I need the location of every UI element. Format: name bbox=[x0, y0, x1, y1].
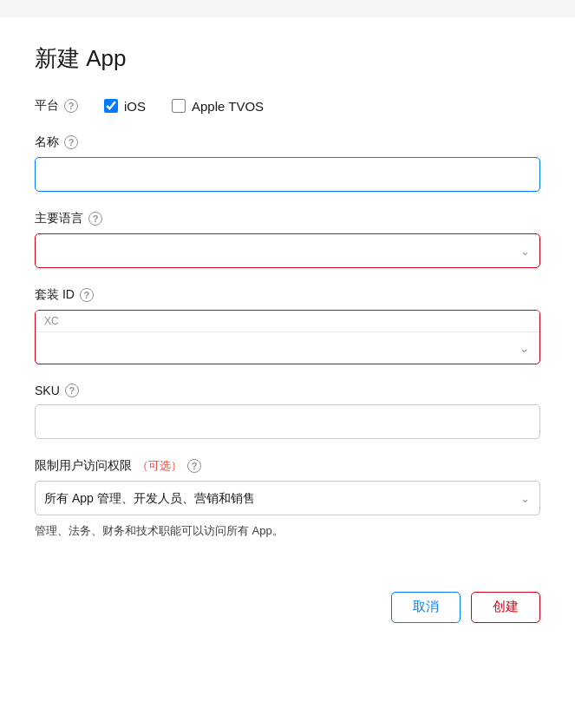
create-button[interactable]: 创建 bbox=[471, 592, 540, 623]
platform-section: 平台 ? iOS Apple TVOS bbox=[35, 98, 540, 114]
bundle-id-label-text: 套装 ID bbox=[35, 287, 75, 303]
platform-row: 平台 ? iOS Apple TVOS bbox=[35, 98, 540, 114]
optional-tag: （可选） bbox=[137, 458, 182, 474]
platform-label: 平台 ? bbox=[35, 98, 78, 114]
bundle-tab-other[interactable] bbox=[73, 311, 80, 331]
bundle-id-label: 套装 ID ? bbox=[35, 287, 540, 303]
sku-help-icon[interactable]: ? bbox=[65, 384, 79, 397]
sku-section: SKU ? bbox=[35, 384, 540, 439]
name-input[interactable] bbox=[35, 157, 540, 192]
page-title: 新建 App bbox=[35, 43, 540, 74]
ios-label: iOS bbox=[124, 99, 146, 114]
bundle-id-select[interactable] bbox=[36, 332, 539, 364]
sku-input[interactable] bbox=[35, 404, 540, 439]
primary-language-select-wrapper: 简体中文 繁体中文 English 日本語 ⌄ bbox=[35, 233, 540, 268]
apple-tvos-checkbox[interactable] bbox=[172, 99, 186, 113]
cancel-button[interactable]: 取消 bbox=[391, 592, 461, 623]
ios-checkbox-label[interactable]: iOS bbox=[104, 99, 146, 114]
access-note: 管理、法务、财务和技术职能可以访问所有 App。 bbox=[35, 522, 540, 540]
access-limit-select[interactable]: 所有 App 管理、开发人员、营销和销售 管理员 开发人员 bbox=[35, 481, 540, 515]
sku-label-text: SKU bbox=[35, 384, 60, 397]
name-help-icon[interactable]: ? bbox=[64, 135, 78, 149]
name-field-label: 名称 ? bbox=[35, 134, 540, 150]
ios-checkbox[interactable] bbox=[104, 99, 118, 113]
primary-language-select[interactable]: 简体中文 繁体中文 English 日本語 bbox=[35, 233, 540, 268]
primary-language-label-text: 主要语言 bbox=[35, 211, 83, 226]
primary-language-help-icon[interactable]: ? bbox=[88, 212, 102, 226]
platform-help-icon[interactable]: ? bbox=[64, 99, 78, 113]
platform-label-text: 平台 bbox=[35, 98, 59, 114]
access-limit-select-wrapper: 所有 App 管理、开发人员、营销和销售 管理员 开发人员 ⌄ bbox=[35, 481, 540, 515]
name-section: 名称 ? bbox=[35, 134, 540, 192]
sku-label: SKU ? bbox=[35, 384, 540, 397]
bundle-id-tabs-row: XC bbox=[36, 311, 539, 332]
name-label-text: 名称 bbox=[35, 134, 59, 150]
footer-buttons: 取消 创建 bbox=[35, 574, 540, 623]
access-limit-section: 限制用户访问权限 （可选） ? 所有 App 管理、开发人员、营销和销售 管理员… bbox=[35, 458, 540, 540]
bundle-tab-xc[interactable]: XC bbox=[44, 311, 66, 331]
primary-language-section: 主要语言 ? 简体中文 繁体中文 English 日本語 ⌄ bbox=[35, 211, 540, 268]
primary-language-label: 主要语言 ? bbox=[35, 211, 540, 226]
bundle-id-help-icon[interactable]: ? bbox=[80, 288, 94, 302]
access-limit-label-text: 限制用户访问权限 bbox=[35, 458, 132, 474]
bundle-id-input-row bbox=[36, 332, 539, 364]
bundle-id-section: 套装 ID ? XC ⌄ bbox=[35, 287, 540, 364]
apple-tvos-label: Apple TVOS bbox=[192, 99, 264, 114]
access-limit-help-icon[interactable]: ? bbox=[187, 459, 201, 473]
new-app-dialog: 新建 App 平台 ? iOS Apple TVOS 名称 ? 主 bbox=[0, 17, 575, 728]
apple-tvos-checkbox-label[interactable]: Apple TVOS bbox=[172, 99, 264, 114]
bundle-id-field-wrapper: XC ⌄ bbox=[35, 310, 540, 364]
access-limit-label: 限制用户访问权限 （可选） ? bbox=[35, 458, 540, 474]
